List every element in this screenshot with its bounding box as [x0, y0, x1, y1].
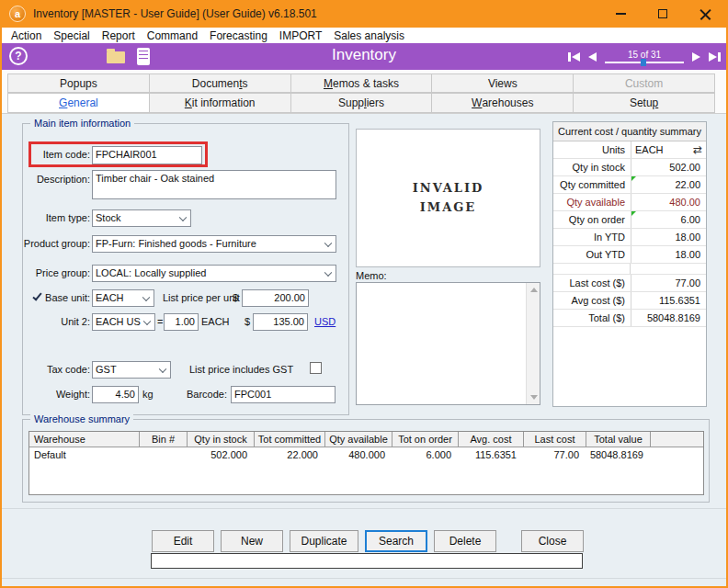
duplicate-button[interactable]: Duplicate	[290, 530, 358, 552]
menu-bar: Action Special Report Command Forecastin…	[2, 28, 726, 43]
tab-popups[interactable]: Popups	[7, 74, 150, 93]
tab-setup[interactable]: Setup	[573, 93, 715, 113]
new-button[interactable]: New	[221, 530, 283, 552]
summary-row-avg-cost: Avg cost ($) 115.6351	[553, 292, 706, 310]
search-button[interactable]: Search	[365, 530, 427, 552]
summary-row-in-ytd: In YTD 18.00	[553, 229, 706, 246]
tab-general[interactable]: General	[7, 93, 150, 113]
warehouse-table-header: Warehouse Bin # Qty in stock Tot committ…	[29, 432, 703, 447]
menu-action[interactable]: Action	[11, 29, 41, 42]
next-record-icon	[692, 52, 700, 62]
description-input[interactable]: Timber chair - Oak stained	[92, 170, 336, 199]
drilldown-marker-icon	[631, 176, 636, 181]
column-header[interactable]: Avg. cost	[459, 432, 524, 447]
minimize-icon	[616, 13, 626, 15]
app-icon: a	[9, 6, 26, 22]
column-header[interactable]: Last cost	[524, 432, 586, 447]
gst-checkbox-label: List price includes GST	[189, 364, 293, 375]
menu-forecasting[interactable]: Forecasting	[210, 29, 267, 42]
tax-code-dropdown[interactable]: GST	[92, 361, 171, 379]
maximize-icon	[658, 9, 667, 18]
tab-memos-tasks[interactable]: Memos & tasks	[290, 74, 433, 93]
item-type-dropdown[interactable]: Stock	[92, 209, 191, 227]
barcode-label: Barcode:	[166, 389, 227, 400]
tab-suppliers[interactable]: Suppliers	[290, 93, 433, 113]
tab-row-bottom: General Kit information Suppliers Wareho…	[7, 93, 715, 113]
memo-scrollbar[interactable]	[526, 283, 540, 404]
divider-line	[2, 508, 726, 509]
tab-documents[interactable]: Documents	[149, 74, 291, 93]
minimize-button[interactable]	[599, 0, 642, 28]
list-price-input[interactable]: 200.00	[242, 289, 309, 307]
currency-symbol: $	[245, 316, 250, 327]
tab-views[interactable]: Views	[431, 74, 574, 93]
column-header[interactable]: Qty in stock	[188, 432, 255, 447]
previous-record-button[interactable]	[588, 52, 597, 62]
tab-warehouses[interactable]: Warehouses	[431, 93, 574, 113]
summary-row-total: Total ($) 58048.8169	[553, 310, 706, 327]
close-button[interactable]	[684, 0, 726, 28]
main-item-information-group: Main item information Item code: FPCHAIR…	[22, 123, 349, 415]
product-group-dropdown[interactable]: FP-Furn: Finished goods - Furniture	[92, 235, 336, 253]
column-header[interactable]: Total value	[586, 432, 651, 447]
unit2-label: Unit 2:	[23, 316, 90, 327]
close-icon	[700, 8, 711, 20]
column-header[interactable]: Bin #	[140, 432, 188, 447]
refresh-units-icon[interactable]: ⇄	[693, 143, 702, 156]
summary-spacer	[553, 264, 706, 275]
column-header[interactable]: Warehouse	[29, 432, 140, 447]
menu-report[interactable]: Report	[102, 29, 135, 42]
base-unit-dropdown[interactable]: EACH	[92, 289, 154, 307]
chevron-down-icon	[143, 317, 151, 324]
edit-button[interactable]: Edit	[152, 530, 214, 552]
gst-checkbox[interactable]	[310, 362, 322, 374]
column-header[interactable]: Qty available	[325, 432, 392, 447]
last-record-button[interactable]	[709, 52, 721, 62]
unit2-qty-input[interactable]: 1.00	[164, 313, 199, 331]
unit2-dropdown[interactable]: EACH US	[92, 313, 155, 331]
menu-command[interactable]: Command	[147, 29, 198, 42]
table-row[interactable]: Default 502.000 22.000 480.000 6.000 115…	[29, 447, 703, 462]
item-image-placeholder: INVALID IMAGE	[356, 129, 540, 267]
warehouse-summary-group: Warehouse summary Warehouse Bin # Qty in…	[22, 419, 710, 503]
memo-textarea[interactable]	[356, 282, 540, 405]
units-value: EACH	[635, 144, 664, 155]
price-group-label: Price group:	[23, 267, 90, 278]
maximize-button[interactable]	[642, 0, 684, 28]
tab-custom: Custom	[573, 74, 715, 93]
menu-sales-analysis[interactable]: Sales analysis	[334, 29, 404, 42]
divider-line	[2, 578, 726, 579]
invalid-image-text-line1: INVALID	[413, 179, 484, 198]
slider-thumb[interactable]	[641, 59, 646, 66]
chevron-down-icon	[159, 365, 166, 372]
record-position-slider[interactable]: 15 of 31	[605, 50, 684, 63]
currency-symbol: $	[233, 292, 238, 303]
equals-sign: =	[157, 316, 163, 327]
group-title: Main item information	[30, 118, 134, 129]
toolbar: ? Inventory 15 of 31	[2, 43, 726, 70]
scroll-down-icon[interactable]	[530, 395, 538, 400]
scroll-up-icon[interactable]	[530, 288, 538, 292]
barcode-input[interactable]: FPC001	[231, 386, 336, 403]
column-header[interactable]: Tot on order	[392, 432, 459, 447]
invalid-image-text-line2: IMAGE	[420, 198, 477, 218]
weight-input[interactable]: 4.50	[92, 386, 139, 403]
summary-row-qty-in-stock: Qty in stock 502.00	[553, 159, 706, 176]
menu-special[interactable]: Special	[53, 29, 89, 42]
price-group-dropdown[interactable]: LOCAL: Locally supplied	[92, 265, 336, 282]
currency-code-link[interactable]: USD	[314, 316, 336, 327]
tax-code-label: Tax code:	[23, 364, 90, 375]
status-input[interactable]	[151, 553, 583, 569]
first-record-icon	[572, 52, 580, 62]
item-code-input[interactable]: FPCHAIR001	[92, 146, 202, 164]
first-record-button[interactable]	[568, 52, 580, 62]
tab-kit-information[interactable]: Kit information	[149, 93, 291, 113]
close-form-button[interactable]: Close	[521, 530, 584, 552]
unit2-price-input[interactable]: 135.00	[253, 313, 308, 331]
next-record-button[interactable]	[692, 52, 700, 62]
chevron-down-icon	[179, 213, 187, 220]
delete-button[interactable]: Delete	[434, 530, 496, 552]
column-header[interactable]: Tot committed	[255, 432, 325, 447]
menu-import[interactable]: IMPORT	[279, 29, 322, 42]
list-price-label: List price per unit	[163, 292, 240, 303]
